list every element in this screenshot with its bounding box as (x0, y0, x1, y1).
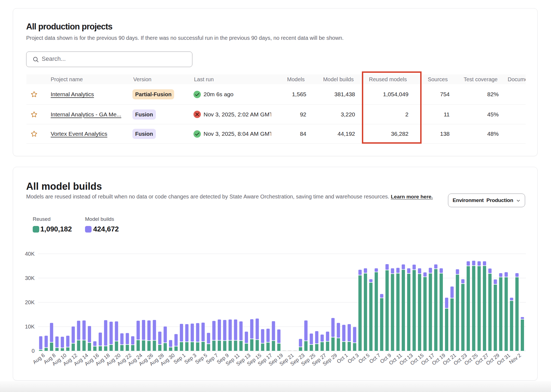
svg-text:0: 0 (32, 348, 35, 354)
svg-text:Sep 7: Sep 7 (205, 352, 219, 365)
svg-text:20K: 20K (25, 299, 35, 305)
svg-text:30K: 30K (25, 275, 35, 281)
svg-text:40K: 40K (25, 251, 35, 257)
svg-text:Oct 3: Oct 3 (347, 352, 360, 364)
svg-text:Oct 7: Oct 7 (368, 352, 382, 364)
svg-text:Nov 2: Nov 2 (508, 352, 522, 365)
svg-text:Oct 1: Oct 1 (336, 352, 349, 364)
svg-text:Aug 6: Aug 6 (32, 352, 46, 365)
svg-text:Sep 5: Sep 5 (194, 352, 208, 365)
svg-text:10K: 10K (25, 324, 35, 330)
svg-text:Oct 5: Oct 5 (357, 352, 371, 364)
svg-text:Sep 1: Sep 1 (172, 352, 187, 365)
svg-text:Sep 3: Sep 3 (183, 352, 197, 365)
